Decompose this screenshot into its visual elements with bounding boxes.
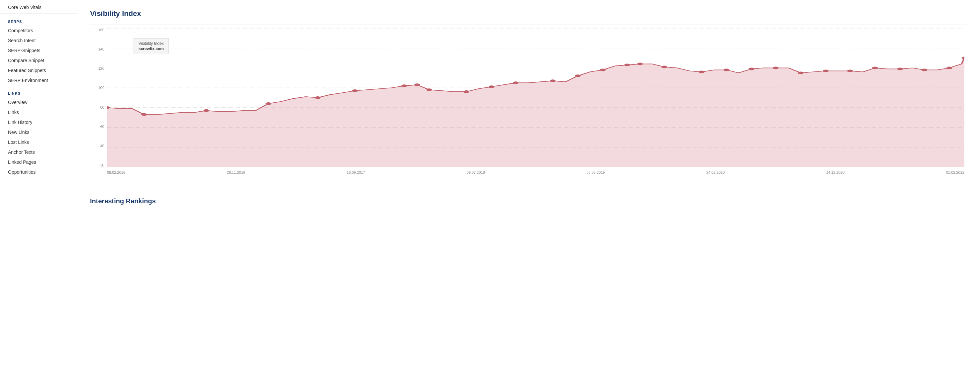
- svg-point-31: [823, 69, 829, 72]
- interesting-rankings-title: Interesting Rankings: [90, 197, 968, 205]
- svg-point-28: [748, 67, 754, 70]
- x-axis: 08.02.2016 28.11.2016 18.09.2017 09.07.2…: [107, 169, 964, 180]
- sidebar-section-links: LINKS: [0, 85, 78, 97]
- svg-point-18: [489, 85, 494, 88]
- svg-point-32: [847, 69, 853, 72]
- svg-point-29: [773, 67, 779, 69]
- chart-inner: .grid-line { stroke: #ddd; stroke-width:…: [107, 28, 964, 167]
- svg-point-30: [798, 72, 803, 74]
- sidebar-item-search-intent[interactable]: Search Intent: [0, 35, 78, 46]
- x-label-4: 06.05.2019: [586, 171, 605, 174]
- sidebar-item-linked-pages[interactable]: Linked Pages: [0, 157, 78, 167]
- svg-point-23: [624, 64, 630, 66]
- svg-point-35: [921, 69, 927, 71]
- svg-point-24: [637, 63, 643, 65]
- svg-point-13: [352, 89, 358, 92]
- y-label-60: 60: [100, 125, 104, 129]
- svg-point-11: [266, 102, 271, 105]
- sidebar-item-core-web-vitals[interactable]: Core Web Vitals: [0, 0, 78, 14]
- sidebar-item-serp-environment[interactable]: SERP Environment: [0, 75, 78, 85]
- x-label-2: 18.09.2017: [347, 171, 365, 174]
- sidebar: Core Web Vitals SERPS Competitors Search…: [0, 0, 78, 392]
- x-label-5: 24.02.2020: [706, 171, 724, 174]
- y-axis: 160 140 120 100 80 60 40 20: [91, 28, 106, 167]
- svg-point-22: [600, 69, 606, 71]
- x-label-6: 14.12.2020: [826, 171, 845, 174]
- visibility-index-section: Visibility Index 160 140 120 100 80 60 4…: [90, 9, 968, 191]
- y-label-120: 120: [98, 67, 104, 70]
- y-label-20: 20: [100, 163, 104, 167]
- sidebar-item-opportunities[interactable]: Opportunities: [0, 167, 78, 177]
- svg-point-25: [662, 65, 667, 68]
- svg-point-27: [724, 69, 729, 71]
- svg-point-34: [897, 67, 903, 70]
- svg-point-14: [401, 84, 407, 87]
- x-label-0: 08.02.2016: [107, 171, 125, 174]
- y-label-80: 80: [100, 106, 104, 109]
- svg-point-15: [414, 83, 420, 86]
- svg-point-33: [872, 67, 878, 69]
- sidebar-item-lost-links[interactable]: Lost Links: [0, 137, 78, 147]
- sidebar-section-serps: SERPS: [0, 14, 78, 25]
- svg-point-37: [961, 57, 964, 59]
- svg-point-9: [141, 113, 147, 116]
- y-label-100: 100: [98, 86, 104, 90]
- sidebar-item-featured-snippets[interactable]: Featured Snippets: [0, 65, 78, 75]
- sidebar-item-link-history[interactable]: Link History: [0, 117, 78, 127]
- x-label-3: 09.07.2018: [467, 171, 485, 174]
- y-label-140: 140: [98, 48, 104, 51]
- svg-point-19: [513, 81, 519, 84]
- svg-point-21: [575, 75, 581, 77]
- sidebar-item-overview[interactable]: Overview: [0, 97, 78, 107]
- x-label-1: 28.11.2016: [227, 171, 245, 174]
- svg-point-26: [698, 70, 704, 73]
- sidebar-item-links[interactable]: Links: [0, 107, 78, 117]
- chart-title: Visibility Index: [90, 9, 968, 18]
- svg-point-16: [426, 88, 432, 91]
- sidebar-item-competitors[interactable]: Competitors: [0, 25, 78, 35]
- svg-point-17: [463, 90, 469, 93]
- svg-point-12: [315, 96, 321, 99]
- y-label-40: 40: [100, 144, 104, 148]
- svg-point-20: [550, 80, 556, 82]
- svg-point-10: [203, 109, 209, 112]
- x-label-7: 01.02.2022: [946, 171, 964, 174]
- sidebar-item-serp-snippets[interactable]: SERP-Snippets: [0, 46, 78, 56]
- y-label-160: 160: [98, 28, 104, 32]
- sidebar-item-new-links[interactable]: New Links: [0, 127, 78, 137]
- main-content: Visibility Index 160 140 120 100 80 60 4…: [78, 0, 980, 392]
- sidebar-item-compare-snippet[interactable]: Compare Snippet: [0, 56, 78, 65]
- chart-area[interactable]: 160 140 120 100 80 60 40 20 .grid-line {…: [90, 25, 968, 184]
- svg-point-36: [947, 67, 952, 69]
- sidebar-item-anchor-texts[interactable]: Anchor Texts: [0, 147, 78, 157]
